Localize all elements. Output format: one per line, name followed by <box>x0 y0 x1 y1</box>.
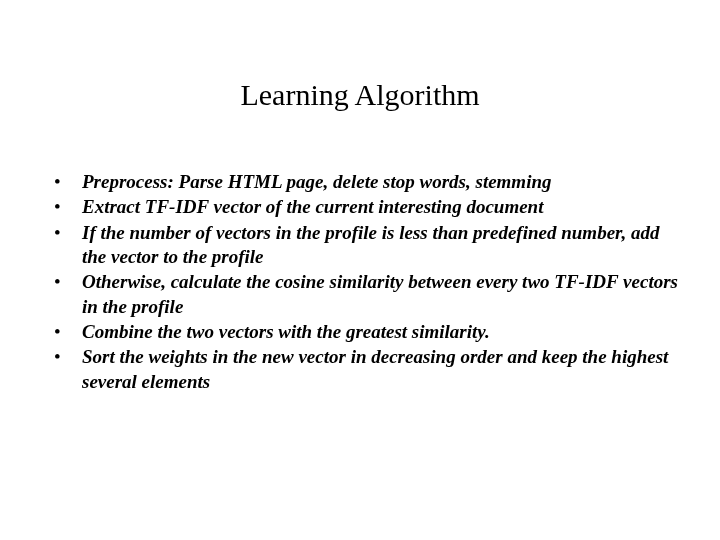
slide: Learning Algorithm Preprocess: Parse HTM… <box>0 0 720 540</box>
list-item: Combine the two vectors with the greates… <box>40 320 680 344</box>
list-item: Otherwise, calculate the cosine similari… <box>40 270 680 319</box>
list-item: Extract TF-IDF vector of the current int… <box>40 195 680 219</box>
list-item: If the number of vectors in the profile … <box>40 221 680 270</box>
slide-title: Learning Algorithm <box>0 78 720 112</box>
list-item: Sort the weights in the new vector in de… <box>40 345 680 394</box>
bullet-list: Preprocess: Parse HTML page, delete stop… <box>40 170 680 394</box>
list-item: Preprocess: Parse HTML page, delete stop… <box>40 170 680 194</box>
slide-body: Preprocess: Parse HTML page, delete stop… <box>40 170 680 395</box>
